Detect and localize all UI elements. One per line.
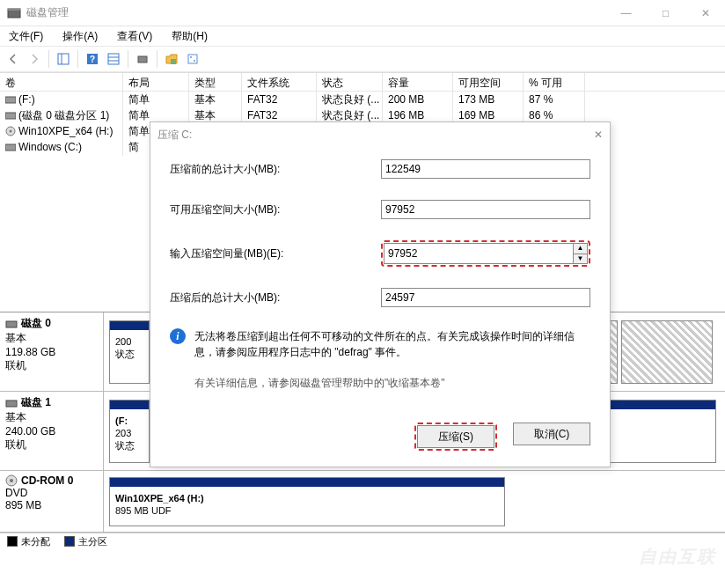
svg-rect-10: [171, 59, 176, 64]
label-available: 可用压缩空间大小(MB):: [170, 202, 381, 217]
menu-action[interactable]: 操作(A): [59, 27, 101, 46]
menu-help[interactable]: 帮助(H): [168, 27, 211, 46]
toolbar-disk-icon[interactable]: [133, 49, 152, 69]
volume-list-header: 卷 布局 类型 文件系统 状态 容量 可用空间 % 可用: [0, 72, 725, 92]
disk-info: CD-ROM 0 DVD 895 MB: [0, 471, 104, 532]
maximize-button[interactable]: □: [646, 0, 685, 26]
toolbar-folder-icon[interactable]: [162, 49, 181, 69]
input-shrink-amount[interactable]: [384, 243, 574, 264]
titlebar: 磁盘管理 — □ ✕: [0, 0, 725, 26]
col-status[interactable]: 状态: [317, 73, 383, 91]
menu-view[interactable]: 查看(V): [114, 27, 156, 46]
toolbar-list-icon[interactable]: [104, 49, 123, 69]
dialog-close-button[interactable]: ✕: [594, 129, 603, 141]
volume-name: Win10XPE_x64 (H:): [18, 125, 113, 137]
shrink-button[interactable]: 压缩(S): [417, 425, 494, 448]
spin-up-button[interactable]: ▲: [574, 244, 587, 254]
svg-point-22: [10, 479, 13, 482]
dialog-title: 压缩 C:: [157, 128, 594, 143]
dialog-titlebar: 压缩 C: ✕: [150, 122, 610, 147]
spin-down-button[interactable]: ▼: [574, 254, 587, 264]
disk-info: 磁盘 0 基本 119.88 GB 联机: [0, 312, 104, 391]
volume-name: (F:): [18, 93, 35, 106]
legend-unallocated: 未分配: [21, 536, 50, 547]
svg-text:?: ?: [90, 55, 95, 64]
back-button[interactable]: [4, 49, 23, 69]
volume-name: Windows (C:): [18, 141, 82, 153]
svg-rect-9: [138, 56, 147, 62]
partition-unallocated[interactable]: [621, 320, 713, 384]
svg-rect-6: [108, 54, 119, 64]
window-title: 磁盘管理: [26, 5, 606, 20]
col-layout[interactable]: 布局: [123, 73, 189, 91]
input-available: [381, 200, 590, 219]
toolbar-pane-icon[interactable]: [54, 49, 73, 69]
svg-rect-18: [5, 144, 16, 151]
col-free[interactable]: 可用空间: [453, 73, 524, 91]
svg-point-17: [10, 130, 12, 133]
label-size-before: 压缩前的总计大小(MB):: [170, 162, 381, 177]
col-capacity[interactable]: 容量: [383, 73, 453, 91]
col-type[interactable]: 类型: [189, 73, 242, 91]
svg-rect-11: [188, 55, 197, 63]
cancel-button[interactable]: 取消(C): [513, 423, 590, 445]
col-filesystem[interactable]: 文件系统: [242, 73, 317, 91]
col-percent[interactable]: % 可用: [524, 73, 585, 91]
svg-point-13: [194, 60, 195, 62]
svg-rect-2: [58, 54, 69, 64]
svg-rect-20: [6, 401, 17, 407]
partition-box[interactable]: 200状态: [109, 320, 150, 384]
disk-name: 磁盘 1: [21, 395, 51, 410]
app-icon: [7, 6, 21, 20]
svg-point-12: [190, 56, 192, 58]
toolbar-help-icon[interactable]: ?: [83, 49, 102, 69]
svg-rect-1: [8, 9, 20, 11]
partition-box[interactable]: Win10XPE_x64 (H:)895 MB UDF: [109, 477, 505, 526]
svg-rect-15: [5, 113, 16, 119]
help-text: 有关详细信息，请参阅磁盘管理帮助中的"收缩基本卷": [194, 376, 590, 391]
toolbar-settings-icon[interactable]: [183, 49, 202, 69]
close-button[interactable]: ✕: [685, 0, 725, 26]
info-text: 无法将卷压缩到超出任何不可移动的文件所在的点。有关完成该操作时间的详细信息，请参…: [194, 328, 590, 360]
volume-name: (磁盘 0 磁盘分区 1): [18, 109, 109, 121]
forward-button[interactable]: [25, 49, 44, 69]
legend: 未分配 主分区: [0, 533, 725, 550]
toolbar: ?: [0, 46, 725, 72]
disk-name: 磁盘 0: [21, 316, 51, 331]
disk-info: 磁盘 1 基本 240.00 GB 联机: [0, 392, 104, 470]
partition-box[interactable]: (F:203状态: [109, 400, 150, 463]
disk-name: CD-ROM 0: [21, 474, 73, 487]
menubar: 文件(F) 操作(A) 查看(V) 帮助(H): [0, 26, 725, 46]
legend-primary: 主分区: [78, 536, 107, 547]
svg-rect-14: [5, 97, 16, 103]
disk-row: CD-ROM 0 DVD 895 MB Win10XPE_x64 (H:)895…: [0, 471, 725, 533]
svg-rect-19: [6, 321, 17, 327]
partition-label: Win10XPE_x64 (H:): [115, 493, 204, 503]
input-size-before: [381, 159, 590, 179]
info-icon: i: [170, 328, 186, 344]
label-shrink-amount: 输入压缩空间量(MB)(E):: [170, 246, 381, 261]
menu-file[interactable]: 文件(F): [5, 27, 47, 46]
col-volume[interactable]: 卷: [0, 73, 123, 91]
label-size-after: 压缩后的总计大小(MB):: [170, 290, 381, 305]
minimize-button[interactable]: —: [606, 0, 646, 26]
shrink-dialog: 压缩 C: ✕ 压缩前的总计大小(MB): 可用压缩空间大小(MB): 输入压缩…: [150, 121, 611, 467]
input-size-after: [381, 288, 590, 307]
